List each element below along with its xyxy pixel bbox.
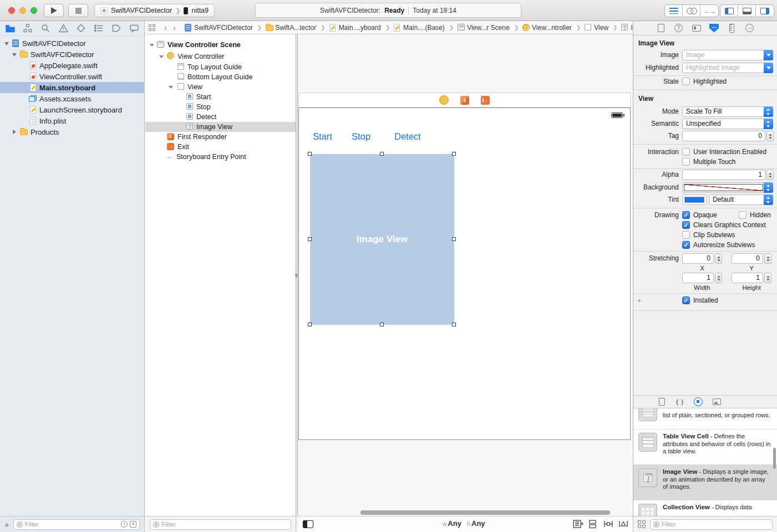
jumpbar-segment-view-controller[interactable]: View...ntroller❯: [522, 23, 581, 32]
outline-filter-input[interactable]: [161, 521, 288, 528]
attributes-inspector-icon[interactable]: [709, 23, 719, 33]
library-filter-field[interactable]: [650, 519, 773, 530]
stretch-x-field[interactable]: 0: [682, 253, 714, 264]
disclosure-open-icon[interactable]: [150, 44, 154, 47]
symbol-navigator-icon[interactable]: [23, 23, 33, 33]
version-editor-button[interactable]: ←→: [700, 5, 718, 17]
combo-chevron-icon[interactable]: [764, 63, 773, 73]
file-row-group[interactable]: SwiftAVFCIDetector: [0, 49, 145, 60]
update-frames-button[interactable]: [572, 519, 583, 530]
outline-row-view-controller[interactable]: View Controller: [145, 52, 296, 62]
stretch-y-field[interactable]: 0: [732, 253, 763, 264]
alpha-field[interactable]: 1: [682, 170, 765, 180]
file-row-selected[interactable]: Main.storyboard: [0, 82, 145, 93]
object-library-icon[interactable]: [693, 397, 703, 407]
assistant-editor-button[interactable]: [683, 5, 700, 17]
disclosure-closed-icon[interactable]: [13, 130, 16, 134]
stretch-height-field[interactable]: 1: [732, 273, 763, 283]
autoresize-subviews-checkbox[interactable]: [682, 241, 690, 249]
outline-row-button-stop[interactable]: Stop: [145, 102, 296, 112]
installed-checkbox[interactable]: [682, 296, 690, 304]
library-scrollbar-thumb[interactable]: [773, 448, 776, 469]
file-row[interactable]: Info.plist: [0, 115, 145, 126]
popup-chevrons-icon[interactable]: [764, 106, 773, 117]
file-row[interactable]: ViewController.swift: [0, 71, 145, 82]
library-view-mode-icon[interactable]: [638, 520, 646, 529]
first-responder-icon[interactable]: [460, 96, 469, 105]
jumpbar-segment-project[interactable]: SwiftAVFCIDetector❯: [185, 23, 262, 32]
stop-button[interactable]: [68, 4, 88, 17]
stretch-x-stepper[interactable]: [715, 253, 722, 264]
disclosure-open-icon[interactable]: [12, 53, 17, 57]
resize-handle-bottom-center[interactable]: [380, 323, 384, 326]
stretch-width-field[interactable]: 1: [682, 273, 714, 283]
outline-filter-field[interactable]: [150, 519, 291, 530]
unsaved-files-icon[interactable]: [130, 521, 136, 528]
library-item-collection-view[interactable]: Collection View - Displays data: [633, 500, 777, 516]
jumpbar-segment-scene[interactable]: View...r Scene❯: [458, 23, 519, 32]
library-item-image-view-selected[interactable]: Image View - Displays a single image, or…: [633, 465, 777, 500]
stretch-y-stepper[interactable]: [764, 253, 771, 264]
user-interaction-checkbox[interactable]: [682, 148, 690, 156]
tag-field[interactable]: 0: [682, 131, 765, 141]
popup-chevrons-icon[interactable]: [764, 182, 773, 193]
connections-inspector-icon[interactable]: [745, 23, 755, 33]
library-item-table-view-partial[interactable]: list of plain, sectioned, or grouped row…: [633, 408, 777, 429]
navigator-filter-input[interactable]: [25, 521, 119, 528]
outline-row-top-layout-guide[interactable]: Top Layout Guide: [145, 62, 296, 72]
file-row[interactable]: AppDelegate.swift: [0, 60, 145, 71]
file-inspector-icon[interactable]: [656, 23, 666, 33]
file-template-library-icon[interactable]: [657, 397, 667, 407]
outline-row-button-detect[interactable]: Detect: [145, 112, 296, 122]
canvas-button-detect[interactable]: Detect: [394, 130, 421, 142]
zoom-window-button[interactable]: [31, 7, 37, 14]
toggle-debug-area-button[interactable]: [738, 5, 756, 17]
outline-row-entry-point[interactable]: Storyboard Entry Point: [145, 152, 296, 162]
view-controller-view[interactable]: Start Stop Detect Image View: [298, 108, 631, 440]
tint-popup[interactable]: Default: [709, 195, 773, 205]
stretch-width-stepper[interactable]: [715, 273, 722, 283]
image-combobox[interactable]: Image: [682, 50, 773, 60]
resize-handle-top-center[interactable]: [380, 152, 384, 156]
report-navigator-icon[interactable]: [129, 23, 139, 33]
jumpbar-segment-group[interactable]: SwiftA...tector❯: [266, 23, 325, 32]
outline-row-image-view-selected[interactable]: Image View: [145, 122, 296, 132]
exit-icon[interactable]: [481, 96, 490, 105]
debug-navigator-icon[interactable]: [94, 23, 104, 33]
resolve-layout-issues-button[interactable]: [618, 519, 628, 530]
navigator-filter-field[interactable]: [13, 519, 140, 530]
background-color-well[interactable]: [682, 182, 773, 193]
outline-row-exit[interactable]: Exit: [145, 142, 296, 152]
tint-color-well[interactable]: [682, 195, 707, 205]
resize-handle-middle-right[interactable]: [452, 237, 456, 241]
tag-stepper[interactable]: [766, 131, 774, 141]
library-filter-input[interactable]: [662, 521, 769, 528]
outline-row-bottom-layout-guide[interactable]: Bottom Layout Guide: [145, 72, 296, 82]
highlighted-checkbox[interactable]: [682, 78, 690, 85]
highlighted-combobox[interactable]: Highlighted Image: [682, 63, 773, 73]
jumpbar-segment-view[interactable]: View❯: [585, 23, 617, 32]
add-variation-button[interactable]: +: [637, 296, 642, 305]
scheme-selector[interactable]: SwiftAVFCIDetector ❯ nitta9: [94, 4, 215, 17]
disclosure-open-icon[interactable]: [4, 42, 9, 45]
resize-handle-top-left[interactable]: [308, 152, 312, 156]
outline-row-button-start[interactable]: Start: [145, 92, 296, 102]
back-button[interactable]: ‹: [163, 23, 168, 32]
disclosure-open-icon[interactable]: [169, 86, 173, 89]
code-snippet-library-icon[interactable]: [675, 397, 685, 407]
outline-row-scene[interactable]: View Controller Scene: [145, 40, 296, 50]
popup-chevrons-icon[interactable]: [764, 195, 773, 205]
add-constraints-button[interactable]: [603, 519, 613, 530]
file-row[interactable]: Assets.xcassets: [0, 93, 145, 104]
view-controller-icon[interactable]: [439, 95, 449, 105]
resize-handle-top-right[interactable]: [452, 152, 456, 156]
related-items-icon[interactable]: [149, 24, 155, 31]
stack-embed-button[interactable]: [588, 519, 598, 530]
file-row-products[interactable]: Products: [0, 126, 145, 137]
recent-files-icon[interactable]: [121, 521, 128, 528]
resize-handle-middle-left[interactable]: [308, 237, 312, 241]
multiple-touch-checkbox[interactable]: [682, 158, 690, 166]
size-inspector-icon[interactable]: [727, 23, 737, 33]
test-navigator-icon[interactable]: [76, 23, 86, 33]
jumpbar-segment-storyboard[interactable]: Main....yboard❯: [329, 23, 390, 32]
